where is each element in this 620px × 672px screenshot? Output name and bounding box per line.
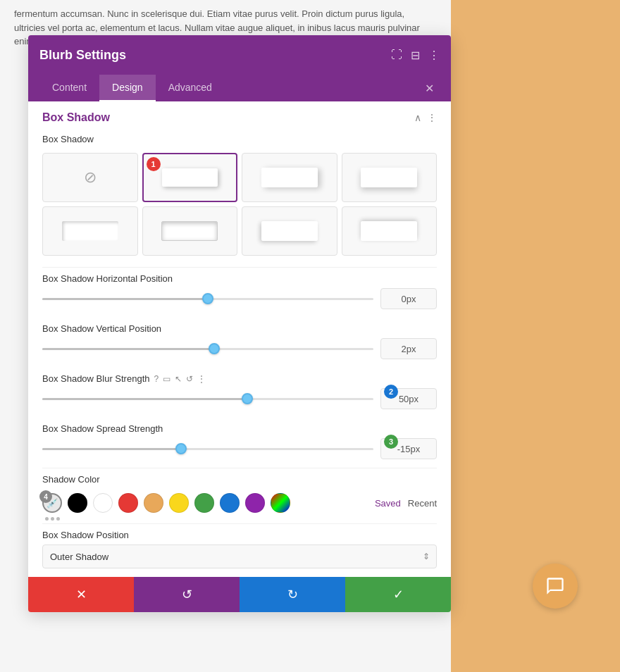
shadow-preset-3[interactable] — [342, 153, 438, 202]
blur-device-icon[interactable]: ▭ — [163, 374, 170, 384]
badge-1: 1 — [147, 157, 161, 171]
vertical-control: Box Shadow Vertical Position 2px — [28, 318, 451, 368]
spread-slider-thumb[interactable] — [175, 443, 187, 454]
vertical-slider-track — [42, 348, 373, 350]
section-header: Box Shadow ∧ ⋮ — [28, 101, 451, 131]
recent-link[interactable]: Recent — [408, 498, 437, 509]
blur-slider-fill — [42, 398, 247, 400]
horizontal-slider-track — [42, 298, 373, 300]
color-orange[interactable] — [144, 493, 163, 513]
undo-button[interactable]: ↺ — [134, 577, 240, 612]
shadow-preset-7[interactable] — [342, 206, 438, 256]
vertical-value[interactable]: 2px — [380, 338, 437, 359]
horizontal-value[interactable]: 0px — [380, 288, 437, 309]
shadow-position-section: Box Shadow Position Outer Shadow Inner S… — [28, 524, 451, 577]
saved-link[interactable]: Saved — [375, 498, 401, 509]
blur-more-icon[interactable]: ⋮ — [197, 374, 206, 384]
modal-footer: ✕ ↺ ↻ ✓ — [28, 577, 451, 612]
collapse-icon[interactable]: ∧ — [414, 112, 421, 123]
blur-help-icon[interactable]: ? — [154, 374, 159, 384]
modal: Blurb Settings ⛶ ⊟ ⋮ Content Design Adva… — [28, 35, 451, 612]
chat-button[interactable] — [533, 564, 578, 609]
dot-2 — [51, 517, 54, 521]
color-red[interactable] — [118, 493, 138, 513]
columns-icon[interactable]: ⊟ — [411, 49, 420, 62]
color-white[interactable] — [93, 493, 113, 513]
shadow-position-select-wrap: Outer Shadow Inner Shadow ⇕ — [42, 545, 437, 568]
confirm-button[interactable]: ✓ — [345, 577, 451, 612]
blur-value[interactable]: 50px 2 — [380, 388, 437, 409]
shadow-preset-5[interactable] — [142, 206, 238, 256]
spread-control: Box Shadow Spread Strength -15px 3 — [28, 418, 451, 468]
tab-advanced[interactable]: Advanced — [156, 75, 225, 101]
spread-label: Box Shadow Spread Strength — [42, 423, 437, 434]
chat-icon — [545, 576, 565, 596]
shadow-position-select[interactable]: Outer Shadow Inner Shadow — [42, 545, 437, 568]
color-yellow[interactable] — [169, 493, 189, 513]
preset-inner-5 — [161, 221, 218, 240]
blur-reset-icon[interactable]: ↺ — [186, 374, 193, 384]
dot-1 — [45, 517, 49, 521]
tab-bar: Content Design Advanced ✕ — [28, 75, 451, 101]
horizontal-slider-fill — [42, 298, 208, 300]
modal-title: Blurb Settings — [39, 48, 126, 63]
section-controls: ∧ ⋮ — [414, 112, 437, 123]
confirm-icon: ✓ — [393, 587, 404, 602]
color-black[interactable] — [68, 493, 87, 513]
badge-3: 3 — [384, 435, 398, 449]
modal-header: Blurb Settings ⛶ ⊟ ⋮ — [28, 35, 451, 75]
shadow-preset-6[interactable] — [242, 206, 337, 256]
cancel-button[interactable]: ✕ — [28, 577, 134, 612]
color-green[interactable] — [194, 493, 214, 513]
close-button[interactable]: ✕ — [419, 75, 440, 101]
tab-content[interactable]: Content — [39, 75, 99, 101]
eyedropper-button[interactable]: 💉 4 — [42, 493, 62, 513]
badge-4: 4 — [39, 490, 52, 503]
header-icons: ⛶ ⊟ ⋮ — [391, 49, 440, 62]
preset-inner-2 — [261, 168, 318, 187]
vertical-slider-wrap[interactable] — [42, 342, 373, 356]
preset-inner-7 — [361, 221, 417, 240]
spread-slider-wrap[interactable] — [42, 442, 373, 456]
more-icon[interactable]: ⋮ — [428, 49, 440, 62]
horizontal-label: Box Shadow Horizontal Position — [42, 273, 437, 284]
color-purple[interactable] — [245, 493, 265, 513]
horizontal-control: Box Shadow Horizontal Position 0px — [28, 268, 451, 318]
spread-slider-track — [42, 448, 373, 450]
horizontal-slider-wrap[interactable] — [42, 292, 373, 306]
shadow-preset-2[interactable] — [242, 153, 337, 202]
right-panel-bg — [451, 0, 620, 672]
vertical-slider-thumb[interactable] — [209, 343, 220, 354]
redo-button[interactable]: ↻ — [240, 577, 345, 612]
shadow-grid: ⊘ 1 — [28, 150, 451, 267]
color-blue[interactable] — [220, 493, 240, 513]
spread-value[interactable]: -15px 3 — [380, 438, 437, 459]
horizontal-slider-thumb[interactable] — [202, 293, 213, 304]
no-shadow-icon: ⊘ — [84, 168, 97, 187]
section-title: Box Shadow — [42, 111, 110, 124]
color-label: Shadow Color — [42, 474, 437, 485]
vertical-slider-fill — [42, 348, 214, 350]
shadow-preset-4[interactable] — [42, 206, 138, 256]
shadow-label: Box Shadow — [28, 131, 451, 150]
dot-3 — [56, 517, 60, 521]
shadow-preset-none[interactable]: ⊘ — [42, 153, 138, 202]
blur-slider-wrap[interactable] — [42, 392, 373, 406]
horizontal-slider-row: 0px — [42, 288, 437, 315]
section-more-icon[interactable]: ⋮ — [427, 112, 437, 123]
spread-slider-row: -15px 3 — [42, 438, 437, 465]
preset-inner-3 — [361, 168, 417, 187]
preset-inner-1 — [162, 168, 218, 187]
blur-slider-thumb[interactable] — [242, 393, 253, 404]
expand-icon[interactable]: ⛶ — [391, 49, 402, 61]
color-gradient[interactable] — [271, 493, 290, 513]
redo-icon: ↻ — [287, 587, 298, 602]
blur-slider-track — [42, 398, 373, 400]
vertical-slider-row: 2px — [42, 338, 437, 365]
blur-control: Box Shadow Blur Strength ? ▭ ↖ ↺ ⋮ 50px … — [28, 368, 451, 418]
blur-cursor-icon[interactable]: ↖ — [175, 374, 182, 384]
shadow-preset-1[interactable]: 1 — [142, 153, 238, 202]
color-row: 💉 4 Saved Recent — [42, 489, 437, 517]
cancel-icon: ✕ — [76, 587, 87, 602]
tab-design[interactable]: Design — [99, 75, 156, 101]
